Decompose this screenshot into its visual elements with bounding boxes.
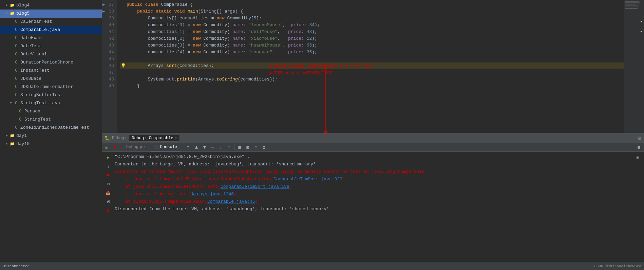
step-down-button[interactable]: ↓ [105, 163, 112, 170]
tree-label: CalendarTest [20, 18, 52, 25]
tree-item-Person[interactable]: ▶ C Person [0, 107, 102, 115]
code-editor[interactable]: ▶ 37 ▶ 38 39 40 41 42 43 44 45 46 47 48 … [102, 0, 644, 133]
class-icon: C [18, 109, 23, 114]
more-button[interactable]: ⊟ [244, 144, 251, 151]
expand-arrow: ▶ [4, 141, 10, 147]
resume-button[interactable]: ▶ [103, 144, 111, 151]
code-text-46: Arrays.sort(commodities); [127, 62, 624, 69]
debug-file-tab[interactable]: Debug: Comparable × [129, 135, 179, 142]
tree-item-InstantTest[interactable]: ▶ C InstantTest [0, 67, 102, 75]
tree-item-JDKDateTimeFormatter[interactable]: ▶ C JDKDateTimeFormatter [0, 83, 102, 91]
tree-item-StringTestClass[interactable]: ▶ C StringTest [0, 115, 102, 124]
tree-item-DateTest[interactable]: ▶ C DateTest [0, 42, 102, 50]
link-3[interactable]: Arrays.java:1246 [191, 192, 234, 197]
console-text-area: "C:\Program Files\Java\jdk1.8.0_202\bin\… [115, 153, 631, 213]
step-up-button[interactable]: ■ [105, 172, 112, 179]
code-text-42: commodities[2] = new Commodity( name: "x… [127, 35, 624, 42]
tab-close-icon[interactable]: × [175, 137, 177, 140]
code-text-45 [127, 56, 624, 62]
code-line-39: Commodity[] commodities = new Commodity[… [120, 15, 624, 22]
line-num-46: 46 [102, 62, 117, 69]
java-icon: C [14, 101, 19, 106]
class-icon: C [14, 92, 19, 98]
class-icon: C [14, 125, 19, 130]
console-output[interactable]: ▶ ↓ ■ ⊠ 📤 🖨 🗑 "C:\Program Files\Java\jdk… [102, 152, 644, 262]
code-line-46: 💡 Arrays.sort(commodities); 如我们自定义的类，如果没… [120, 62, 624, 69]
tree-item-day1[interactable]: ▶ 📁 day1 [0, 132, 102, 140]
java-icon: C [14, 27, 19, 33]
link-1[interactable]: ComparableTimSort.java:320 [273, 177, 342, 182]
print-button[interactable]: 🖨 [105, 198, 112, 205]
right-btn-1[interactable]: ⊞ [634, 154, 641, 161]
tree-item-blog4[interactable]: ▶ 📁 blog4 [0, 1, 102, 10]
code-line-37: public class Comparable { [120, 1, 624, 8]
minimap[interactable] [624, 0, 644, 133]
console-line-7: at blogs.blog5.Comparable.main(Comparabl… [115, 198, 631, 205]
step-into-button[interactable]: ↓ [217, 144, 225, 151]
code-line-47 [120, 69, 624, 76]
expand-arrow: ▶ [4, 133, 10, 139]
format-button[interactable]: ⊞ [236, 144, 243, 151]
tree-item-JDK8Date[interactable]: ▶ C JDK8Date [0, 75, 102, 83]
stop-button[interactable]: ■ [111, 144, 119, 151]
status-bar: Disconnected CSDN @ChinaRainbowSea [0, 262, 644, 270]
step-over-button[interactable]: ↷ [209, 144, 216, 151]
extra-button2[interactable]: ⊠ [260, 144, 268, 151]
tree-item-StringBufferTest[interactable]: ▶ C StringBufferTest [0, 91, 102, 99]
tab-debugger[interactable]: Debugger [123, 143, 149, 151]
console-line-2: Connected to the target VM, address: 'ja… [115, 161, 631, 168]
tree-label: DateTest [20, 43, 41, 50]
class-icon: C [14, 84, 19, 90]
tree-item-DurationPeriodChrono[interactable]: ▶ C DurationPeriodChrono [0, 58, 102, 67]
code-line-44: commodities[4] = new Commodity( name: "r… [120, 49, 624, 56]
code-line-41: commodities[1] = new Commodity( name: "d… [120, 29, 624, 35]
settings-icon[interactable]: ⚙ [638, 135, 641, 142]
pause-button[interactable]: ⊠ [105, 180, 112, 188]
tree-item-Comparable[interactable]: ▶ C Comparable.java [0, 26, 102, 34]
run-controls: ▶ ↓ ■ ⊠ 📤 🖨 🗑 [105, 153, 112, 214]
tree-label: JDK8Date [20, 75, 41, 82]
tree-item-ZoneldAndZonedDateTimeTest[interactable]: ▶ C ZoneldAndZonedDateTimeTest [0, 124, 102, 132]
line-num-45: 45 [102, 56, 117, 62]
extra-button[interactable]: ≡ [252, 144, 260, 151]
tree-item-StringTest[interactable]: ▼ C StringTest.java [0, 99, 102, 107]
tree-item-day10[interactable]: ▶ 📁 day10 [0, 140, 102, 148]
class-icon: C [14, 19, 19, 24]
code-text-37: public class Comparable { [127, 1, 624, 8]
link-2[interactable]: ComparableTimSort.java:188 [221, 184, 289, 189]
tree-label: day10 [16, 141, 30, 147]
export-button[interactable]: 📤 [105, 189, 112, 197]
console-line-1: "C:\Program Files\Java\jdk1.8.0_202\bin\… [115, 153, 631, 161]
run-button[interactable]: ▶ [105, 154, 112, 161]
tree-label: StringTest.java [20, 100, 60, 107]
line-num-38: ▶ 38 [102, 8, 117, 15]
tree-item-blog5[interactable]: ▼ 📁 blog5 [0, 10, 102, 18]
link-4[interactable]: Comparable.java:46 [207, 199, 255, 204]
code-line-38: public static void main(String[] args) { [120, 8, 624, 15]
code-line-43: commodities[3] = new Commodity( name: "h… [120, 42, 624, 49]
scroll-down-button[interactable]: ▼ [201, 144, 208, 151]
class-icon: C [14, 52, 19, 57]
tree-item-DateExam[interactable]: ▶ C DateExam [0, 34, 102, 42]
tree-label: StringTest [24, 116, 51, 123]
line-num-41: 41 [102, 29, 117, 35]
debug-icon: 🐛 [105, 136, 110, 141]
trash-button[interactable]: 🗑 [105, 207, 112, 214]
code-line-42: commodities[2] = new Commodity( name: "x… [120, 35, 624, 42]
line-num-44: 44 [102, 49, 117, 56]
scroll-up-button[interactable]: ▲ [193, 144, 200, 151]
tree-label: Person [24, 108, 40, 115]
tree-item-DateVisual[interactable]: ▶ C DateVisual [0, 50, 102, 58]
status-right: CSDN @ChinaRainbowSea [594, 264, 641, 268]
tree-label: DateExam [20, 35, 41, 41]
tab-console[interactable]: ⬛ Console [151, 143, 181, 151]
tree-item-CalendarTest[interactable]: ▶ C CalendarTest [0, 18, 102, 26]
step-out-button[interactable]: ↑ [225, 144, 233, 151]
code-text-49: } [127, 83, 624, 90]
code-text-48: System.out.println(Arrays.toString(commo… [127, 76, 624, 83]
split-button[interactable]: ⊞ [635, 144, 643, 151]
code-lines: public class Comparable { public static … [117, 0, 624, 133]
code-line-45 [120, 56, 624, 62]
code-text-43: commodities[3] = new Commodity( name: "h… [127, 42, 624, 49]
clear-console-button[interactable]: ≡ [185, 144, 192, 151]
